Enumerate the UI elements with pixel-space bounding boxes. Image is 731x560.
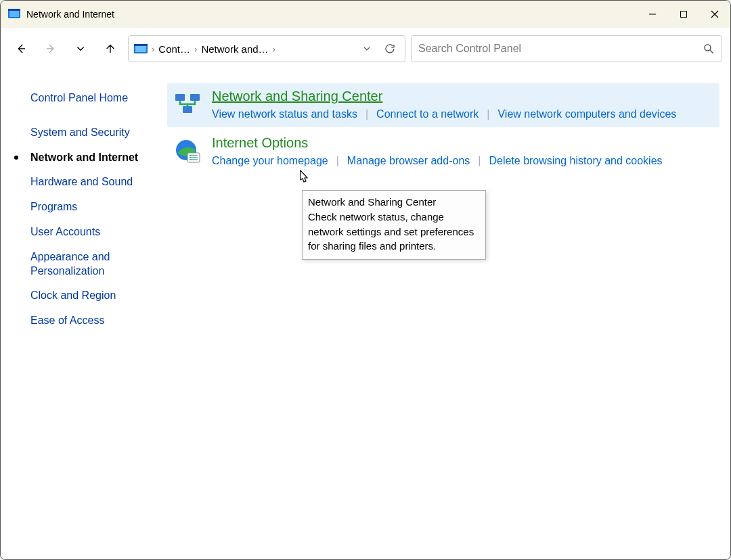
chevron-right-icon[interactable]: › [273, 44, 275, 54]
main-panel: Network and Sharing Center View network … [167, 70, 730, 559]
recent-dropdown-button[interactable] [68, 37, 93, 61]
task-link[interactable]: View network computers and devices [497, 108, 676, 120]
task-link[interactable]: Change your homepage [212, 155, 328, 167]
sidebar: Control Panel Home System and Security N… [1, 70, 167, 559]
svg-rect-14 [183, 106, 192, 113]
svg-rect-8 [135, 45, 146, 52]
sidebar-item-hardware-sound[interactable]: Hardware and Sound [30, 170, 167, 195]
sidebar-item-appearance[interactable]: Appearance and Personalization [30, 245, 167, 284]
svg-rect-9 [134, 44, 148, 46]
task-link[interactable]: View network status and tasks [212, 108, 357, 120]
tooltip-body: Check network status, change network set… [308, 210, 480, 254]
search-box[interactable] [411, 35, 722, 62]
category-network-sharing: Network and Sharing Center View network … [167, 83, 719, 127]
back-button[interactable] [9, 37, 33, 61]
chevron-right-icon[interactable]: › [194, 44, 197, 54]
svg-rect-12 [175, 94, 185, 101]
address-bar[interactable]: › Cont… › Network and… › [128, 35, 405, 62]
window: Network and Internet [0, 0, 731, 560]
svg-point-19 [190, 159, 191, 160]
search-input[interactable] [418, 43, 703, 55]
minimize-button[interactable] [637, 1, 668, 28]
control-panel-icon [134, 43, 148, 55]
sidebar-item-ease-of-access[interactable]: Ease of Access [30, 308, 167, 333]
chevron-right-icon[interactable]: › [152, 44, 154, 54]
maximize-button[interactable] [668, 1, 699, 28]
sidebar-item-clock-region[interactable]: Clock and Region [30, 283, 167, 308]
sidebar-item-programs[interactable]: Programs [30, 195, 167, 220]
task-link[interactable]: Delete browsing history and cookies [489, 155, 662, 167]
svg-rect-1 [9, 10, 19, 17]
svg-rect-4 [681, 11, 687, 18]
svg-rect-13 [190, 94, 200, 101]
svg-line-11 [710, 50, 713, 53]
address-dropdown-button[interactable] [357, 39, 376, 58]
category-title-link[interactable]: Internet Options [212, 135, 308, 151]
close-button[interactable] [699, 1, 730, 28]
task-link[interactable]: Connect to a network [376, 108, 479, 120]
titlebar: Network and Internet [1, 1, 730, 28]
control-panel-icon [7, 7, 21, 21]
svg-rect-2 [8, 9, 20, 11]
category-title-link[interactable]: Network and Sharing Center [212, 89, 382, 104]
internet-options-icon [174, 138, 201, 165]
toolbar: › Cont… › Network and… › [1, 28, 730, 70]
network-sharing-icon [174, 91, 201, 118]
search-icon[interactable] [703, 43, 715, 55]
svg-point-17 [190, 155, 191, 156]
svg-point-18 [190, 157, 191, 158]
forward-button[interactable] [39, 37, 63, 61]
tooltip-title: Network and Sharing Center [308, 195, 480, 210]
breadcrumb-root[interactable]: Cont… [158, 43, 190, 55]
tooltip: Network and Sharing Center Check network… [302, 190, 486, 260]
content-area: Control Panel Home System and Security N… [1, 70, 730, 559]
up-button[interactable] [98, 37, 123, 61]
sidebar-item-control-panel-home[interactable]: Control Panel Home [30, 86, 167, 111]
sidebar-item-network-internet[interactable]: Network and Internet [30, 145, 167, 170]
svg-point-10 [705, 45, 711, 51]
breadcrumb-current[interactable]: Network and… [201, 43, 268, 55]
window-title: Network and Internet [26, 9, 637, 20]
category-internet-options: Internet Options Change your homepage | … [167, 130, 719, 174]
sidebar-item-user-accounts[interactable]: User Accounts [30, 220, 167, 245]
refresh-button[interactable] [380, 39, 399, 58]
task-link[interactable]: Manage browser add-ons [347, 155, 470, 167]
sidebar-item-system-security[interactable]: System and Security [30, 120, 167, 145]
